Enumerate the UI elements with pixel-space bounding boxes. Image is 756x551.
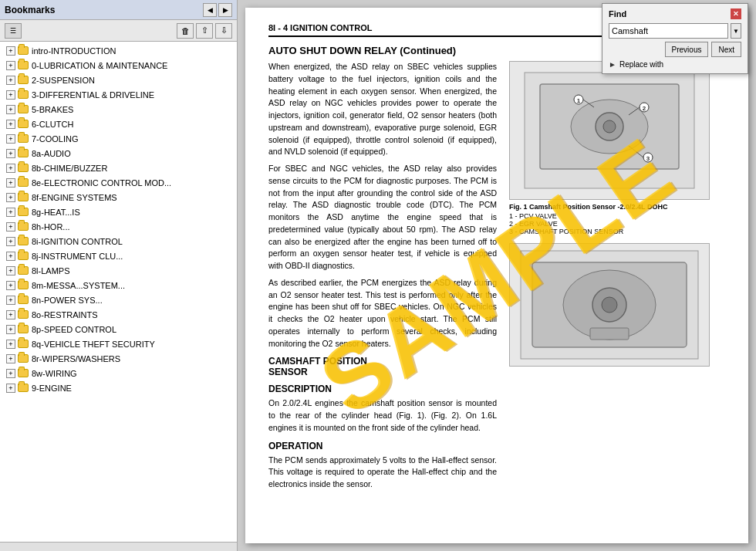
sidebar-item-label: 8f-ENGINE SYSTEMS — [32, 193, 117, 202]
folder-icon — [18, 192, 29, 203]
figure-2-box — [509, 243, 710, 367]
expand-icon[interactable]: + — [6, 369, 15, 378]
expand-icon[interactable]: + — [6, 61, 15, 70]
expand-icon[interactable]: + — [6, 120, 15, 129]
sidebar-tree[interactable]: +intro-INTRODUCTION+0-LUBRICATION & MAIN… — [0, 42, 237, 542]
sidebar-item-engine-sys[interactable]: +8f-ENGINE SYSTEMS — [0, 190, 237, 205]
sidebar-item-ignition[interactable]: +8i-IGNITION CONTROL — [0, 234, 237, 248]
sidebar-toolbar: ☰ 🗑 ⇧ ⇩ — [0, 20, 237, 42]
sidebar-item-label: 2-SUSPENSION — [32, 76, 95, 85]
sidebar-item-label: 8l-LAMPS — [32, 266, 70, 276]
left-column: When energized, the ASD relay on SBEC ve… — [268, 61, 497, 495]
find-replace-row[interactable]: ► Replace with — [609, 60, 741, 69]
expand-icon[interactable]: + — [6, 105, 15, 114]
expand-icon[interactable]: + — [6, 384, 15, 393]
body-text-3: As described earlier, the PCM energizes … — [268, 277, 497, 350]
expand-icon[interactable]: + — [6, 46, 15, 56]
sidebar-nav-buttons: ◀ ▶ — [203, 3, 232, 17]
sidebar-horizontal-scrollbar[interactable] — [0, 542, 237, 551]
sidebar-item-theft[interactable]: +8q-VEHICLE THEFT SECURITY — [0, 336, 237, 351]
sidebar-title: Bookmarks — [5, 5, 55, 15]
expand-icon[interactable]: + — [6, 178, 15, 188]
sidebar-item-wiring[interactable]: +8w-WIRING — [0, 366, 237, 380]
sidebar-item-label: intro-INTRODUCTION — [32, 46, 116, 56]
expand-icon[interactable]: + — [6, 266, 15, 276]
sidebar-item-speed[interactable]: +8p-SPEED CONTROL — [0, 322, 237, 336]
sidebar-item-horn[interactable]: +8h-HOR... — [0, 219, 237, 234]
sidebar-item-suspension[interactable]: +2-SUSPENSION — [0, 73, 237, 87]
sidebar-item-chime[interactable]: +8b-CHIME/BUZZER — [0, 161, 237, 175]
sidebar-nav-right[interactable]: ▶ — [218, 3, 232, 17]
folder-icon — [18, 339, 29, 350]
sidebar-header: Bookmarks ◀ ▶ — [0, 0, 237, 20]
camshaft-title-line1: CAMSHAFT POSITION — [268, 356, 367, 367]
expand-icon[interactable]: + — [6, 164, 15, 173]
sidebar-item-power[interactable]: +8n-POWER SYS... — [0, 292, 237, 307]
folder-icon — [18, 280, 29, 291]
folder-icon — [18, 90, 29, 100]
sidebar-view-button[interactable]: ☰ — [5, 23, 22, 39]
expand-icon[interactable]: + — [6, 193, 15, 202]
expand-icon[interactable]: + — [6, 134, 15, 144]
expand-icon[interactable]: + — [6, 237, 15, 246]
next-button[interactable]: Next — [711, 42, 741, 57]
sidebar-item-differential[interactable]: +3-DIFFERENTIAL & DRIVELINE — [0, 87, 237, 102]
svg-point-4 — [603, 120, 616, 133]
previous-button[interactable]: Previous — [665, 42, 709, 57]
figure-1-box: 1 2 3 — [509, 61, 710, 200]
sidebar-item-wipers[interactable]: +8r-WIPERS/WASHERS — [0, 351, 237, 366]
delete-button[interactable]: 🗑 — [177, 23, 194, 39]
find-input-row: ▼ — [609, 23, 741, 39]
description-body: On 2.0/2.4L engines the camshaft positio… — [268, 397, 497, 434]
sidebar-item-restraints[interactable]: +8o-RESTRAINTS — [0, 307, 237, 322]
expand-icon[interactable]: + — [6, 76, 15, 85]
sidebar-item-clutch[interactable]: +6-CLUTCH — [0, 117, 237, 131]
expand-icon[interactable]: + — [6, 340, 15, 349]
folder-icon — [18, 177, 29, 188]
folder-icon — [18, 265, 29, 276]
sidebar-item-lubrication[interactable]: +0-LUBRICATION & MAINTENANCE — [0, 58, 237, 73]
expand-icon[interactable]: + — [6, 208, 15, 217]
expand-icon[interactable]: + — [6, 149, 15, 158]
sidebar-nav-left[interactable]: ◀ — [203, 3, 217, 17]
sidebar-item-label: 8m-MESSA...SYSTEM... — [32, 281, 125, 290]
expand-icon[interactable]: + — [6, 252, 15, 261]
find-dropdown-button[interactable]: ▼ — [731, 23, 741, 39]
sidebar-item-cooling[interactable]: +7-COOLING — [0, 131, 237, 146]
expand-icon[interactable]: + — [6, 222, 15, 232]
expand-icon[interactable]: + — [6, 90, 15, 100]
sidebar-item-lamps[interactable]: +8l-LAMPS — [0, 263, 237, 278]
header-left: 8I - 4 IGNITION CONTROL — [268, 23, 372, 32]
find-close-button[interactable]: ✕ — [731, 8, 741, 19]
sidebar-item-heat[interactable]: +8g-HEAT...IS — [0, 205, 237, 219]
svg-point-18 — [602, 297, 617, 313]
sidebar-item-intro[interactable]: +intro-INTRODUCTION — [0, 43, 237, 58]
move-down-button[interactable]: ⇩ — [215, 23, 232, 39]
find-input[interactable] — [609, 23, 728, 39]
two-column-layout: When energized, the ASD relay on SBEC ve… — [268, 61, 725, 495]
expand-icon[interactable]: + — [6, 310, 15, 319]
sidebar-item-message[interactable]: +8m-MESSA...SYSTEM... — [0, 278, 237, 292]
page-content: 8I - 4 IGNITION CONTROL PT AUTO SHUT DOW… — [245, 8, 748, 543]
legend-3: 3 - CAMSHAFT POSITION SENSOR — [509, 228, 725, 235]
sidebar-item-instrument[interactable]: +8j-INSTRUMENT CLU... — [0, 248, 237, 263]
expand-icon[interactable]: + — [6, 296, 15, 305]
sidebar-item-audio[interactable]: +8a-AUDIO — [0, 146, 237, 161]
document-content: Find ✕ ▼ Previous Next ► Replace with 8I… — [238, 0, 756, 551]
sidebar-item-label: 8w-WIRING — [32, 369, 77, 378]
sidebar-item-label: 8r-WIPERS/WASHERS — [32, 354, 120, 363]
sidebar-item-label: 8g-HEAT...IS — [32, 208, 80, 217]
figure-1-diagram: 1 2 3 — [517, 65, 702, 196]
legend-1: 1 - PCV VALVE — [509, 212, 725, 220]
expand-icon[interactable]: + — [6, 325, 15, 334]
sidebar-item-ecm[interactable]: +8e-ELECTRONIC CONTROL MOD... — [0, 175, 237, 190]
sidebar-item-brakes[interactable]: +5-BRAKES — [0, 102, 237, 117]
sidebar: Bookmarks ◀ ▶ ☰ 🗑 ⇧ ⇩ +intro-INTRODUCTIO… — [0, 0, 238, 551]
expand-icon[interactable]: + — [6, 281, 15, 290]
expand-icon[interactable]: + — [6, 354, 15, 363]
move-up-button[interactable]: ⇧ — [196, 23, 213, 39]
figure-1-legend: 1 - PCV VALVE 2 - EGR VALVE 3 - CAMSHAFT… — [509, 212, 725, 235]
folder-icon — [18, 134, 29, 144]
folder-icon — [18, 163, 29, 174]
sidebar-item-engine[interactable]: +9-ENGINE — [0, 380, 237, 395]
